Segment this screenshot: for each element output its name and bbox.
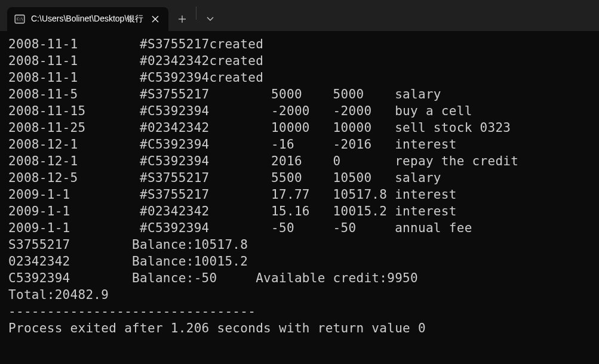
svg-text:C:\: C:\ (17, 17, 23, 21)
output-line: 2008-11-25 #02342342 10000 10000 sell st… (8, 119, 591, 136)
new-tab-button[interactable] (168, 7, 196, 31)
tab-active[interactable]: C:\ C:\Users\Bolinet\Desktop\银行 (7, 7, 168, 31)
terminal-output[interactable]: 2008-11-1 #S3755217created2008-11-1 #023… (0, 31, 599, 341)
output-line: S3755217 Balance:10517.8 (8, 236, 591, 253)
output-line: 2008-12-5 #S3755217 5500 10500 salary (8, 169, 591, 186)
output-line: 2008-12-1 #C5392394 2016 0 repay the cre… (8, 153, 591, 169)
output-line: 2008-11-15 #C5392394 -2000 -2000 buy a c… (8, 103, 591, 119)
output-line: 2008-11-5 #S3755217 5000 5000 salary (8, 86, 591, 103)
output-line: 2008-11-1 #S3755217created (8, 36, 591, 53)
output-line: 2009-1-1 #02342342 15.16 10015.2 interes… (8, 203, 591, 220)
output-line: 2008-11-1 #C5392394created (8, 69, 591, 86)
output-line: -------------------------------- (8, 303, 591, 320)
output-line: 02342342 Balance:10015.2 (8, 253, 591, 270)
output-line: Total:20482.9 (8, 286, 591, 303)
output-line: 2009-1-1 #C5392394 -50 -50 annual fee (8, 220, 591, 236)
output-line: C5392394 Balance:-50 Available credit:99… (8, 270, 591, 286)
dropdown-button[interactable] (196, 7, 224, 31)
tab-title: C:\Users\Bolinet\Desktop\银行 (31, 14, 143, 24)
output-line: 2008-12-1 #C5392394 -16 -2016 interest (8, 136, 591, 153)
output-line: Process exited after 1.206 seconds with … (8, 320, 591, 337)
output-line: 2008-11-1 #02342342created (8, 53, 591, 69)
titlebar: C:\ C:\Users\Bolinet\Desktop\银行 (0, 0, 599, 31)
close-icon[interactable] (149, 13, 161, 25)
terminal-icon: C:\ (14, 14, 25, 24)
output-line: 2009-1-1 #S3755217 17.77 10517.8 interes… (8, 186, 591, 203)
